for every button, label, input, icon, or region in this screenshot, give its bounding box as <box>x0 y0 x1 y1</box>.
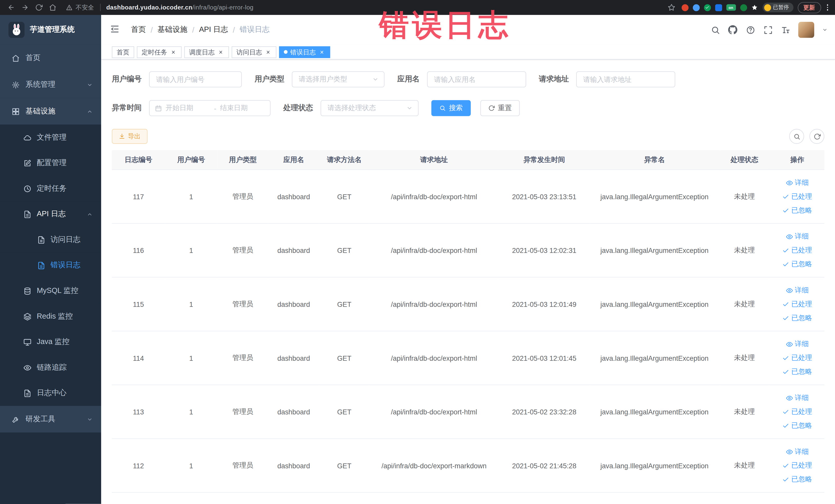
sidebar: 芋道管理系统 首页 系统管理 基础设施 文件管理 <box>0 15 101 504</box>
sidebar-item-api-log[interactable]: API 日志 <box>0 201 101 227</box>
media-paused-chip[interactable]: 已暂停 <box>762 3 793 12</box>
extension-icon[interactable] <box>715 4 722 11</box>
breadcrumb-home[interactable]: 首页 <box>131 25 146 35</box>
sidebar-item-mysql-monitor[interactable]: MySQL 监控 <box>0 278 101 304</box>
mark-ignored-link[interactable]: 已忽略 <box>772 419 822 432</box>
check-icon <box>782 261 789 268</box>
mark-ignored-link[interactable]: 已忽略 <box>772 365 822 379</box>
tab-close-icon[interactable] <box>217 48 224 56</box>
address-bar[interactable]: 不安全 dashboard.yudao.iocoder.cn/infra/log… <box>66 3 253 11</box>
help-icon[interactable] <box>746 25 755 35</box>
github-icon[interactable] <box>728 25 737 35</box>
extension-icon[interactable] <box>751 4 758 11</box>
sidebar-item-error-log[interactable]: 错误日志 <box>0 253 101 278</box>
avatar-caret-icon[interactable] <box>822 27 828 33</box>
bookmark-star-icon[interactable] <box>665 2 677 13</box>
eye-icon <box>786 448 793 455</box>
breadcrumb-api-log[interactable]: API 日志 <box>199 25 228 35</box>
wrench-icon <box>12 415 20 423</box>
sidebar-toggle[interactable] <box>109 24 121 36</box>
sidebar-item-dev-tools[interactable]: 研发工具 <box>0 406 101 432</box>
detail-link[interactable]: 详细 <box>772 283 822 297</box>
mark-processed-link[interactable]: 已处理 <box>772 297 822 311</box>
export-button[interactable]: 导出 <box>112 129 148 144</box>
sidebar-item-file-mgmt[interactable]: 文件管理 <box>0 124 101 150</box>
extension-icon[interactable] <box>681 4 688 11</box>
mark-ignored-link[interactable]: 已忽略 <box>772 203 822 217</box>
forward-button[interactable] <box>19 2 31 13</box>
page-url[interactable]: dashboard.yudao.iocoder.cn/infra/log/api… <box>106 4 253 11</box>
tab-close-icon[interactable] <box>265 48 271 56</box>
chevron-down-icon <box>372 76 379 83</box>
check-icon <box>782 355 789 362</box>
extension-icon[interactable] <box>693 4 699 11</box>
user-id-input[interactable] <box>149 72 242 87</box>
home-button[interactable] <box>47 2 59 13</box>
reset-button[interactable]: 重置 <box>480 100 520 116</box>
search-button[interactable]: 搜索 <box>431 100 471 116</box>
search-icon[interactable] <box>711 25 720 35</box>
col-app-name: 应用名 <box>268 150 319 170</box>
sidebar-item-redis-monitor[interactable]: Redis 监控 <box>0 304 101 329</box>
fullscreen-icon[interactable] <box>763 25 773 35</box>
mark-processed-link[interactable]: 已处理 <box>772 405 822 419</box>
detail-link[interactable]: 详细 <box>772 391 822 405</box>
browser-menu-icon[interactable] <box>825 4 830 11</box>
mark-processed-link[interactable]: 已处理 <box>772 459 822 472</box>
detail-link[interactable]: 详细 <box>772 445 822 459</box>
sidebar-item-log-center[interactable]: 日志中心 <box>0 380 101 406</box>
col-actions: 操作 <box>770 150 824 170</box>
mark-ignored-link[interactable]: 已忽略 <box>772 257 822 271</box>
user-type-select[interactable]: 请选择用户类型 <box>292 72 385 87</box>
sidebar-item-config-mgmt[interactable]: 配置管理 <box>0 150 101 176</box>
detail-link[interactable]: 详细 <box>772 337 822 351</box>
reload-button[interactable] <box>33 2 45 13</box>
exception-time-range-picker[interactable]: 开始日期 - 结束日期 <box>149 100 270 116</box>
mark-processed-link[interactable]: 已处理 <box>772 351 822 365</box>
download-icon <box>119 133 125 140</box>
extension-on-badge[interactable]: on <box>726 4 736 11</box>
tab-home[interactable]: 首页 <box>112 46 134 58</box>
breadcrumb-infrastructure[interactable]: 基础设施 <box>158 25 187 35</box>
tab-access-log[interactable]: 访问日志 <box>231 46 276 58</box>
tab-close-icon[interactable] <box>319 48 325 56</box>
filter-app-name: 应用名 <box>398 72 526 87</box>
annotation-overlay-text: 错误日志 <box>379 5 511 46</box>
browser-update-button[interactable]: 更新 <box>797 2 821 13</box>
tab-error-log[interactable]: 错误日志 <box>279 46 330 58</box>
extension-icon[interactable] <box>740 4 747 11</box>
tab-cron-job[interactable]: 定时任务 <box>137 46 182 58</box>
font-size-icon[interactable] <box>780 25 790 35</box>
mark-ignored-link[interactable]: 已忽略 <box>772 311 822 325</box>
mark-processed-link[interactable]: 已处理 <box>772 190 822 204</box>
mark-processed-link[interactable]: 已处理 <box>772 243 822 257</box>
detail-link[interactable]: 详细 <box>772 229 822 243</box>
browser-toolbar-right: on 已暂停 更新 <box>665 2 830 13</box>
app-name-input[interactable] <box>427 72 526 87</box>
toggle-search-button[interactable] <box>789 129 804 144</box>
detail-link[interactable]: 详细 <box>772 176 822 190</box>
tab-close-icon[interactable] <box>170 48 177 56</box>
sidebar-item-home[interactable]: 首页 <box>0 45 101 72</box>
process-status-select[interactable]: 请选择处理状态 <box>321 100 419 116</box>
chevron-down-icon <box>87 82 93 87</box>
sidebar-item-infrastructure[interactable]: 基础设施 <box>0 98 101 125</box>
sidebar-item-system-mgmt[interactable]: 系统管理 <box>0 72 101 98</box>
app-logo[interactable]: 芋道管理系统 <box>0 15 101 45</box>
sidebar-item-access-log[interactable]: 访问日志 <box>0 227 101 253</box>
request-url-input[interactable] <box>576 72 675 87</box>
sidebar-item-trace[interactable]: 链路追踪 <box>0 355 101 381</box>
mark-ignored-link[interactable]: 已忽略 <box>772 472 822 486</box>
search-icon <box>440 105 446 112</box>
gear-icon <box>12 81 20 88</box>
sidebar-item-java-monitor[interactable]: Java 监控 <box>0 329 101 355</box>
chevron-down-icon <box>406 105 413 112</box>
sidebar-item-cron-job[interactable]: 定时任务 <box>0 176 101 202</box>
user-avatar[interactable] <box>798 22 814 38</box>
table-row: 113 1 管理员 dashboard GET /api/infra/db-do… <box>112 385 824 439</box>
extension-icon[interactable] <box>704 4 711 11</box>
refresh-table-button[interactable] <box>809 129 824 144</box>
breadcrumb: 首页 / 基础设施 / API 日志 / 错误日志 <box>131 25 269 35</box>
back-button[interactable] <box>5 2 17 13</box>
tab-schedule-log[interactable]: 调度日志 <box>184 46 229 58</box>
